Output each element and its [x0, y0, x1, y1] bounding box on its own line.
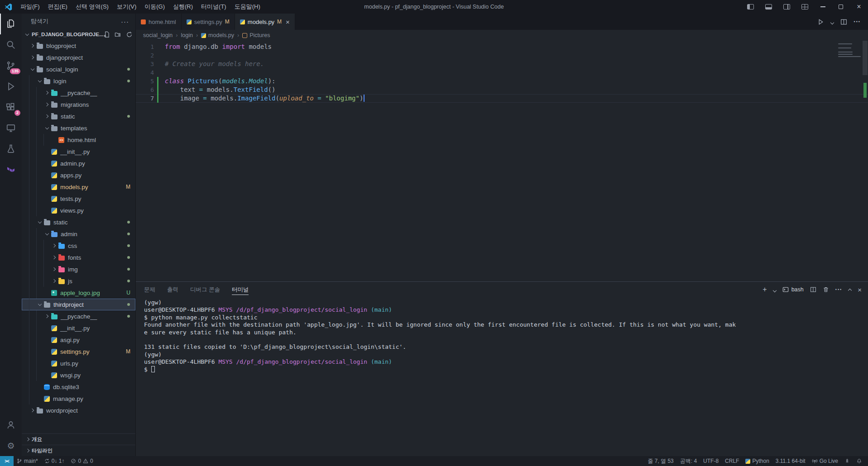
run-debug-icon[interactable] [0, 76, 22, 97]
tree-item[interactable]: asgi.py [22, 334, 135, 346]
breadcrumb-item[interactable]: login [181, 32, 193, 38]
tree-item[interactable]: static [22, 110, 135, 122]
more-actions-icon[interactable]: ••• [835, 287, 842, 292]
split-terminal-icon[interactable] [810, 286, 816, 293]
tree-item[interactable]: __init__.py [22, 322, 135, 334]
tab-models.py[interactable]: models.pyM× [235, 14, 295, 30]
code-line[interactable]: 5class Pictures(models.Model): [136, 77, 868, 86]
terminal-shell-item[interactable]: bash [782, 286, 804, 293]
code-line[interactable]: 4 [136, 68, 868, 77]
git-branch-item[interactable]: main* [14, 456, 41, 466]
refresh-icon[interactable] [126, 31, 133, 38]
panel-tab-문제[interactable]: 문제 [144, 282, 155, 297]
tree-item[interactable]: settings.pyM [22, 346, 135, 357]
split-editor-icon[interactable] [840, 19, 847, 25]
kill-terminal-trash-icon[interactable] [823, 286, 829, 293]
source-control-icon[interactable]: 135 [0, 55, 22, 76]
tree-item[interactable]: apple_logo.jpgU [22, 287, 135, 299]
more-actions-icon[interactable]: ••• [854, 19, 861, 24]
problems-item[interactable]: 0 0 [67, 456, 96, 466]
tree-item[interactable]: apps.py [22, 169, 135, 181]
terminal[interactable]: (ygw)user@DESKTOP-4LHBPF6 MSYS /d/pf_dja… [136, 297, 868, 456]
indentation-item[interactable]: 공백: 4 [677, 456, 700, 466]
panel-tab-출력[interactable]: 출력 [167, 282, 178, 297]
sync-item[interactable]: 0↓ 1↑ [41, 456, 68, 466]
code-line[interactable]: 1from django.db import models [136, 43, 868, 51]
tree-item[interactable]: css [22, 240, 135, 252]
tree-item[interactable]: __init__.py [22, 146, 135, 157]
menu-item[interactable]: 파일(F) [16, 0, 44, 14]
toggle-secondary-sidebar-icon[interactable] [777, 0, 796, 14]
account-icon[interactable] [0, 414, 22, 435]
tree-item[interactable]: thirdproject [22, 299, 135, 310]
breadcrumb-item[interactable]: social_login [143, 32, 173, 38]
tab-home.html[interactable]: home.html [136, 14, 182, 30]
new-folder-icon[interactable] [115, 31, 121, 38]
tree-item[interactable]: urls.py [22, 357, 135, 369]
customize-layout-icon[interactable] [796, 0, 814, 14]
tree-item[interactable]: db.sqlite3 [22, 381, 135, 393]
tree-item[interactable]: templates [22, 122, 135, 134]
panel-tab-디버그 콘솔[interactable]: 디버그 콘솔 [190, 282, 220, 297]
code-line[interactable]: 3# Create your models here. [136, 60, 868, 68]
tree-item[interactable]: admin.py [22, 157, 135, 169]
go-live-item[interactable]: Go Live [809, 456, 841, 466]
menu-item[interactable]: 도움말(H) [230, 0, 264, 14]
tree-item[interactable]: js [22, 275, 135, 287]
tree-item[interactable]: manage.py [22, 393, 135, 404]
menu-item[interactable]: 선택 영역(S) [72, 0, 113, 14]
toggle-panel-icon[interactable] [759, 0, 777, 14]
remote-indicator[interactable]: >< [0, 456, 14, 466]
more-actions-icon[interactable]: ··· [121, 18, 129, 25]
close-panel-icon[interactable]: × [858, 286, 862, 293]
maximize-panel-chevron-up-icon[interactable] [849, 286, 851, 293]
code-line[interactable]: 7 image = models.ImageField(upload_to = … [136, 94, 868, 103]
tree-item[interactable]: blogproject [22, 40, 135, 52]
tree-item[interactable]: wordproject [22, 404, 135, 416]
close-tab-icon[interactable]: × [286, 19, 290, 25]
toggle-sidebar-icon[interactable] [741, 0, 759, 14]
project-root-row[interactable]: PF_DJANGO_BLOGPROJE... [22, 29, 135, 40]
language-mode-item[interactable]: Python [742, 456, 772, 466]
new-terminal-icon[interactable]: + [762, 286, 767, 293]
explorer-icon[interactable] [0, 14, 22, 34]
run-dropdown-chevron-icon[interactable] [831, 19, 834, 25]
terminal-dropdown-chevron-icon[interactable] [773, 286, 776, 293]
rocket-item[interactable] [841, 456, 853, 466]
run-python-file-icon[interactable] [817, 19, 824, 25]
settings-gear-icon[interactable]: ⚙ [0, 435, 22, 456]
outline-section[interactable]: 개요 [22, 433, 135, 445]
minimap[interactable] [838, 43, 862, 58]
tab-settings.py[interactable]: settings.pyM [182, 14, 235, 30]
tree-item[interactable]: home.html [22, 134, 135, 146]
encoding-item[interactable]: UTF-8 [700, 456, 722, 466]
restore-button[interactable] [832, 0, 850, 14]
tree-item[interactable]: login [22, 75, 135, 87]
tree-item[interactable]: models.pyM [22, 181, 135, 193]
menu-item[interactable]: 이동(G) [140, 0, 169, 14]
search-icon[interactable] [0, 34, 22, 55]
breadcrumb-item[interactable]: models.py [201, 32, 234, 38]
new-file-icon[interactable] [103, 31, 110, 38]
extensions-icon[interactable]: 2 [0, 97, 22, 118]
menu-item[interactable]: 실행(R) [169, 0, 197, 14]
code-editor[interactable]: 1from django.db import models23# Create … [136, 41, 868, 281]
tree-item[interactable]: djangoproject [22, 52, 135, 63]
tree-item[interactable]: tests.py [22, 193, 135, 204]
timeline-section[interactable]: 타임라인 [22, 445, 135, 456]
minimize-button[interactable] [814, 0, 832, 14]
menu-item[interactable]: 편집(E) [44, 0, 72, 14]
editor-scrollbar[interactable] [863, 41, 868, 75]
tree-item[interactable]: admin [22, 228, 135, 240]
menu-item[interactable]: 터미널(T) [197, 0, 230, 14]
cursor-position-item[interactable]: 줄 7, 열 53 [644, 456, 676, 466]
tree-item[interactable]: views.py [22, 204, 135, 216]
tree-item[interactable]: __pycache__ [22, 310, 135, 322]
tree-item[interactable]: img [22, 263, 135, 275]
terraform-icon[interactable] [0, 159, 22, 180]
tree-item[interactable]: migrations [22, 99, 135, 110]
menu-item[interactable]: 보기(V) [113, 0, 140, 14]
tree-item[interactable]: social_login [22, 63, 135, 75]
tree-item[interactable]: fonts [22, 252, 135, 263]
code-line[interactable]: 6 text = models.TextField() [136, 86, 868, 94]
